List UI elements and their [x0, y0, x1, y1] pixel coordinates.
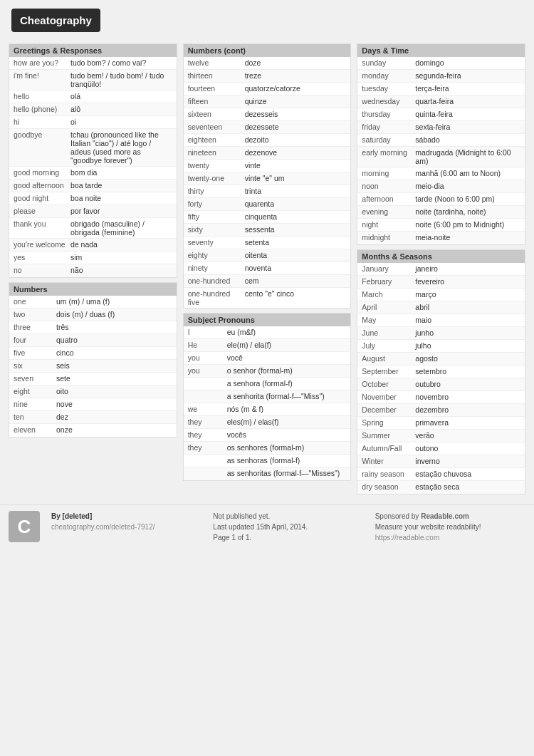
row-value: sim	[70, 253, 172, 262]
row-value: as senhoritas (formal-f—"Misses")	[227, 469, 347, 479]
row-key	[188, 456, 227, 465]
footer-meta-col: Not published yet. Last updated 15th Apr…	[213, 511, 363, 543]
row-value: doze	[245, 58, 347, 68]
numbers-body: oneum (m) / uma (f)twodois (m) / duas (f…	[9, 296, 177, 437]
col-3: Days & Time sundaydomingomondaysegunda-f…	[354, 43, 528, 499]
table-row: thank youobrigado (masculine) / obrigada…	[9, 218, 177, 239]
row-value: fevereiro	[415, 277, 520, 286]
row-key: March	[362, 290, 415, 299]
table-row: hioi	[9, 116, 177, 129]
table-row: how are you?tudo bom? / como vai?	[9, 57, 177, 70]
row-key: evening	[362, 207, 415, 217]
row-value: eles(m) / elas(f)	[227, 418, 347, 427]
row-key: September	[362, 367, 415, 376]
table-row: youvocê	[184, 352, 351, 365]
row-value: dois (m) / duas (f)	[56, 310, 172, 319]
footer-author-url: cheatography.com/deleted-7912/	[51, 522, 201, 532]
row-key: good morning	[14, 168, 70, 177]
table-row: afternoontarde (Noon to 6:00 pm)	[357, 193, 525, 206]
row-value: madrugada (Midnight to 6:00 am)	[415, 148, 520, 165]
row-value: trinta	[245, 187, 347, 196]
row-value: vinte "e" um	[245, 174, 347, 183]
row-value: oitenta	[245, 251, 347, 260]
row-key: eight	[14, 387, 56, 396]
table-row: one-hundred fivecento "e" cinco	[184, 288, 351, 308]
row-value: os senhores (formal-m)	[227, 443, 347, 452]
row-value: quatorze/catorze	[245, 84, 347, 93]
row-key: thirty	[188, 187, 245, 196]
row-key: one	[14, 297, 56, 306]
row-key: one-hundred five	[188, 289, 245, 306]
row-key: you	[188, 353, 227, 363]
table-row: fourquatro	[9, 334, 177, 347]
table-row: i'm fine!tudo bem! / tudo bom! / tudo tr…	[9, 70, 177, 90]
logo: Cheatography	[11, 9, 100, 32]
row-key: Spring	[362, 418, 415, 428]
table-row: Octoberoutubro	[357, 378, 525, 391]
table-row: fifteenquinze	[184, 95, 351, 108]
table-row: Heele(m) / ela(f)	[184, 339, 351, 352]
row-value: novembro	[415, 393, 520, 402]
row-value: julho	[415, 341, 520, 351]
row-value: noite (tardinha, noite)	[415, 207, 520, 217]
row-value: não	[70, 266, 172, 276]
table-row: thirtytrinta	[184, 185, 351, 198]
row-value: setembro	[415, 367, 520, 376]
header: Cheatography	[0, 0, 534, 41]
row-key: sixteen	[188, 110, 245, 119]
footer-sponsor-col: Sponsored by Readable.com Measure your w…	[375, 511, 525, 543]
row-value: primavera	[415, 418, 520, 428]
row-value: cinco	[56, 348, 172, 358]
row-key: they	[188, 418, 227, 427]
row-key: hi	[14, 118, 70, 127]
table-row: Aprilabril	[357, 301, 525, 314]
row-key: eleven	[14, 425, 56, 435]
footer-page: Page 1 of 1.	[213, 532, 363, 543]
section-months-seasons: Months & Seasons JanuaryjaneiroFebruaryf…	[357, 249, 525, 494]
row-key: you	[188, 366, 227, 376]
table-row: good morningbom dia	[9, 167, 177, 180]
footer-published: Not published yet.	[213, 511, 363, 522]
row-key: please	[14, 207, 70, 216]
footer-sponsor-tagline: Measure your website readability!	[375, 522, 525, 532]
table-row: seventysetenta	[184, 237, 351, 249]
table-row: Februaryfevereiro	[357, 276, 525, 289]
row-key: night	[362, 220, 415, 229]
table-row: early morningmadrugada (Midnight to 6:00…	[357, 147, 525, 167]
row-key: noon	[362, 182, 415, 191]
row-value: meia-noite	[415, 233, 520, 243]
row-value: vocês	[227, 430, 347, 440]
table-row: Julyjulho	[357, 340, 525, 353]
table-row: Winterinverno	[357, 455, 525, 468]
row-key: July	[362, 341, 415, 351]
row-value: tarde (Noon to 6:00 pm)	[415, 195, 520, 204]
row-value: onze	[56, 425, 172, 435]
table-row: Septembersetembro	[357, 366, 525, 378]
row-value: tchau (pronounced like the Italian "ciao…	[70, 130, 172, 165]
table-row: yessim	[9, 252, 177, 264]
row-key: i'm fine!	[14, 71, 70, 88]
row-key: hello (phone)	[14, 105, 70, 114]
table-row: tuesdayterça-feira	[357, 83, 525, 95]
row-key: early morning	[362, 148, 415, 165]
row-value: quarenta	[245, 200, 347, 209]
row-key	[188, 392, 227, 401]
col-2: Numbers (cont) twelvedozethirteentrezefo…	[180, 43, 355, 499]
row-key: ten	[14, 413, 56, 422]
row-value: sessenta	[245, 225, 347, 234]
table-row: Ieu (m&f)	[184, 326, 351, 339]
table-row: youo senhor (formal-m)	[184, 365, 351, 378]
row-key: December	[362, 405, 415, 415]
table-row: Maymaio	[357, 314, 525, 327]
row-value: manhã (6:00 am to Noon)	[415, 169, 520, 178]
table-row: theyvocês	[184, 429, 351, 442]
row-key: friday	[362, 123, 415, 132]
row-key: eighteen	[188, 135, 245, 145]
table-row: morningmanhã (6:00 am to Noon)	[357, 167, 525, 180]
table-row: a senhorita (formal-f—"Miss")	[184, 390, 351, 403]
table-row: theyeles(m) / elas(f)	[184, 416, 351, 429]
row-value: alô	[70, 105, 172, 114]
table-row: eightoito	[9, 385, 177, 398]
row-value: cinquenta	[245, 212, 347, 222]
row-key: eighty	[188, 251, 245, 260]
